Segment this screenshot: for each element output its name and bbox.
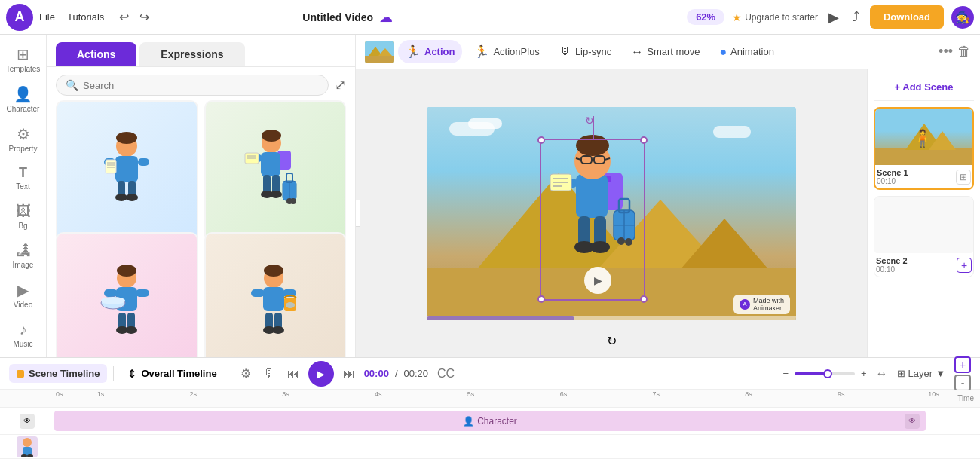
canvas-column: 🏃 Action 🏃 ActionPlus 🎙 Lip-sync ↔ Smart… xyxy=(356,35,980,357)
scene-1-character-mini: 🧍 xyxy=(912,129,933,148)
svg-point-87 xyxy=(23,438,32,447)
app-logo[interactable]: A xyxy=(6,4,33,31)
overall-timeline-tab[interactable]: ⇕ Overall Timeline xyxy=(120,364,224,384)
character-track-bar[interactable]: 👤 Character 👁 xyxy=(54,411,926,431)
timeline-play-button[interactable]: ▶ xyxy=(308,361,334,387)
property-label: Property xyxy=(9,145,38,153)
scene-1-thumbnail: 🧍 xyxy=(875,109,972,165)
panel-grid xyxy=(47,100,355,357)
skip-back-button[interactable]: ⏮ xyxy=(284,364,302,384)
scene-timeline-tab[interactable]: Scene Timeline xyxy=(9,364,107,383)
search-box: 🔍 xyxy=(56,75,329,96)
ruler-marks-container: Time 0s 1s 2s 3s 4s 5s 6s 7s 8s 9s 10s xyxy=(54,390,980,407)
sidebar-item-property[interactable]: ⚙ Property xyxy=(3,121,44,157)
tab-actions[interactable]: Actions xyxy=(56,42,136,66)
add-scene-button[interactable]: + Add Scene xyxy=(874,75,974,101)
avatar[interactable]: 🧙 xyxy=(951,6,974,29)
lipsync-tool-button[interactable]: 🎙 Lip-sync xyxy=(552,41,619,63)
sidebar-item-character[interactable]: 👤 Character xyxy=(3,81,44,118)
scene-1-card[interactable]: 🧍 Scene 1 00:10 ⊞ xyxy=(874,107,974,190)
search-icon: 🔍 xyxy=(66,79,78,91)
canvas-play-button[interactable]: ▶ xyxy=(584,267,611,294)
skip-forward-button[interactable]: ⏭ xyxy=(340,364,358,384)
sidebar-item-music[interactable]: ♪ Music xyxy=(3,317,44,353)
ruler-ticks: 0s 1s 2s 3s 4s 5s 6s 7s 8s 9s 10s xyxy=(54,390,980,407)
scene-1-expand-button[interactable]: ⊞ xyxy=(956,170,971,185)
camera-settings-button[interactable]: ⚙ xyxy=(237,363,254,384)
zoom-slider[interactable] xyxy=(795,372,855,375)
add-time-button[interactable]: + xyxy=(954,356,971,373)
character-thumb-svg xyxy=(18,436,36,457)
sidebar-item-image[interactable]: 🏞 Image xyxy=(3,237,44,274)
lipsync-tool-icon: 🎙 xyxy=(559,45,571,59)
zoom-thumb[interactable] xyxy=(823,369,832,378)
layers-icon: ⊞ xyxy=(897,368,905,379)
sidebar-item-text[interactable]: T Text xyxy=(3,161,44,195)
sidebar-item-bg[interactable]: 🖼 Bg xyxy=(3,198,44,234)
tutorials-menu-item[interactable]: Tutorials xyxy=(67,11,104,23)
scene-2-name: Scene 2 xyxy=(876,256,908,265)
character-track-icon: 👤 xyxy=(463,416,474,427)
track-label-controls: 👁 xyxy=(20,414,35,429)
fit-timeline-button[interactable]: ↔ xyxy=(873,364,891,384)
actionplus-tool-icon: 🏃 xyxy=(474,44,489,59)
svg-rect-53 xyxy=(365,56,394,63)
scene-1-ground xyxy=(875,148,972,165)
bg-icon: 🖼 xyxy=(16,203,31,220)
action-item-3[interactable] xyxy=(56,232,198,358)
file-menu-item[interactable]: File xyxy=(39,11,55,23)
undo-button[interactable]: ↩ xyxy=(116,7,132,27)
video-title[interactable]: Untitled Video xyxy=(302,11,373,23)
templates-icon: ⊞ xyxy=(17,45,29,63)
overall-timeline-icon: ⇕ xyxy=(127,368,136,380)
delete-button[interactable]: 🗑 xyxy=(957,44,971,60)
microphone-button[interactable]: 🎙 xyxy=(260,364,278,384)
track-end-btn[interactable]: 👁 xyxy=(905,414,920,429)
tab-expressions[interactable]: Expressions xyxy=(139,42,244,66)
present-button[interactable]: ▶ xyxy=(825,6,842,29)
image-icon: 🏞 xyxy=(16,242,31,259)
remove-time-button[interactable]: - xyxy=(954,375,971,391)
svg-point-42 xyxy=(264,265,283,277)
canvas-scene-thumb[interactable] xyxy=(365,41,394,63)
action-item-2[interactable] xyxy=(204,100,347,243)
svg-point-40 xyxy=(125,326,137,334)
tick-9s: 9s xyxy=(795,390,887,407)
collapse-panel-button[interactable]: ‹ xyxy=(356,200,360,227)
canvas-character[interactable] xyxy=(547,127,645,281)
image-label: Image xyxy=(13,261,34,269)
track-visibility-toggle[interactable]: 👁 xyxy=(20,414,35,429)
download-button[interactable]: Download xyxy=(870,5,944,29)
star-icon: ★ xyxy=(732,11,742,23)
search-input[interactable] xyxy=(83,80,319,91)
svg-point-85 xyxy=(617,237,625,245)
scene-2-card[interactable]: Scene 2 00:10 + xyxy=(874,196,974,277)
canvas-refresh-icon[interactable]: ↻ xyxy=(607,334,617,348)
sidebar-item-templates[interactable]: ⊞ Templates xyxy=(3,41,44,78)
svg-rect-16 xyxy=(261,152,280,176)
sidebar-item-video[interactable]: ▶ Video xyxy=(3,277,44,313)
fullscreen-button[interactable]: ⤢ xyxy=(335,77,346,93)
actionplus-tool-button[interactable]: 🏃 ActionPlus xyxy=(467,40,547,63)
more-options-button[interactable]: ••• xyxy=(939,44,953,60)
svg-point-86 xyxy=(625,238,632,246)
captions-button[interactable]: CC xyxy=(434,364,458,384)
svg-point-12 xyxy=(126,194,138,201)
share-button[interactable]: ⤴ xyxy=(850,6,862,28)
upgrade-button[interactable]: ★ Upgrade to starter xyxy=(732,11,818,23)
smartmove-tool-icon: ↔ xyxy=(631,45,643,59)
redo-button[interactable]: ↪ xyxy=(136,7,152,27)
layer-button[interactable]: ⊞ Layer ▼ xyxy=(897,368,945,379)
svg-point-11 xyxy=(115,194,127,201)
action-item-4[interactable] xyxy=(204,232,347,358)
character-thumb-mini[interactable] xyxy=(17,436,38,457)
animation-tool-button[interactable]: ● Animation xyxy=(712,41,781,63)
smartmove-tool-button[interactable]: ↔ Smart move xyxy=(623,41,707,63)
character-track-content: 👤 Character 👁 xyxy=(54,408,980,434)
action-tool-button[interactable]: 🏃 Action xyxy=(398,40,462,63)
zoom-control[interactable]: 62% xyxy=(687,9,724,25)
action-item-1[interactable] xyxy=(56,100,198,243)
cloud-save-icon[interactable]: ☁ xyxy=(379,9,393,26)
scene-2-add-button[interactable]: + xyxy=(957,258,972,273)
music-label: Music xyxy=(13,340,32,348)
